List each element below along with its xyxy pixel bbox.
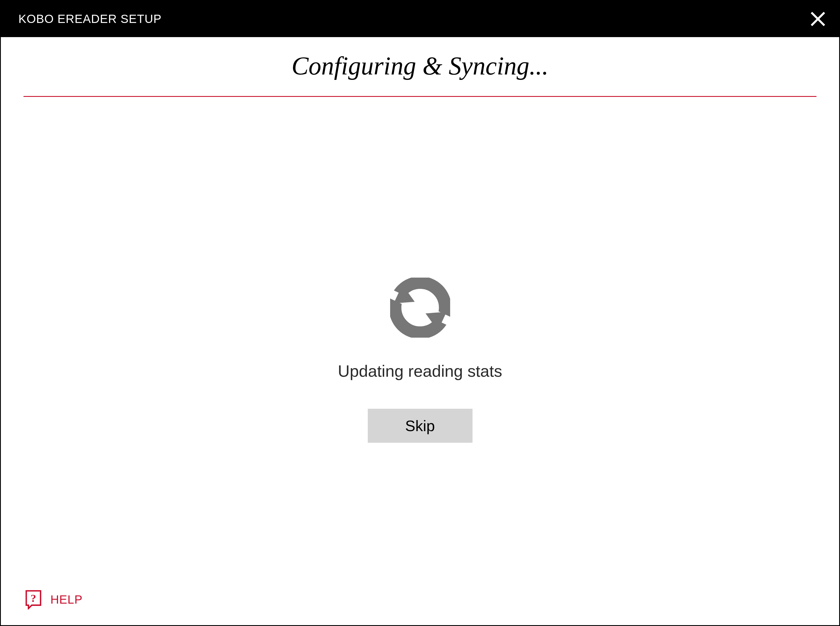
help-icon: ? <box>25 590 42 610</box>
help-label: HELP <box>50 593 83 606</box>
sync-status-area: Updating reading stats Skip <box>1 88 839 625</box>
content-area: Configuring & Syncing... Updating readin… <box>1 37 839 625</box>
skip-button[interactable]: Skip <box>368 409 473 443</box>
close-button[interactable] <box>808 9 828 29</box>
help-button[interactable]: ? HELP <box>25 590 83 610</box>
close-icon <box>810 11 826 27</box>
title-bar: KOBO EREADER SETUP <box>1 1 839 37</box>
svg-text:?: ? <box>31 592 36 604</box>
heading-area: Configuring & Syncing... <box>1 37 839 97</box>
setup-window: KOBO EREADER SETUP Configuring & Syncing… <box>0 0 840 626</box>
status-text: Updating reading stats <box>338 362 502 380</box>
sync-icon <box>383 271 457 344</box>
window-title: KOBO EREADER SETUP <box>19 12 162 26</box>
